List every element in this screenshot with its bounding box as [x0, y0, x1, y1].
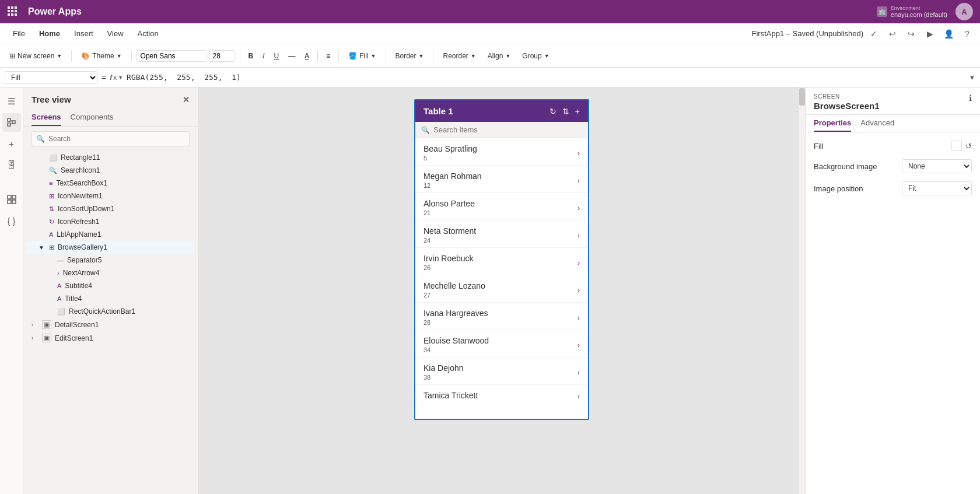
arrow-icon-3: ›: [578, 231, 580, 240]
formula-bar: Fill = fx ▼ ▼: [0, 68, 980, 87]
formula-expand-icon[interactable]: ▼: [969, 74, 975, 81]
icon-sort: ⇅: [49, 205, 54, 213]
scrollbar-thumb[interactable]: [799, 88, 805, 106]
user-avatar[interactable]: A: [956, 3, 973, 20]
tree-item-lblappname1[interactable]: A LblAppName1: [27, 228, 194, 241]
align-button2[interactable]: Align ▼: [483, 50, 516, 62]
svg-rect-16: [8, 200, 11, 204]
tree-item-textsearch1[interactable]: ≡ TextSearchBox1: [27, 177, 194, 190]
menu-icon[interactable]: ☰: [2, 92, 21, 111]
text-icon: ≡: [49, 180, 52, 187]
fx-button[interactable]: fx ▼: [110, 73, 123, 82]
reorder-button[interactable]: Reorder ▼: [438, 50, 480, 62]
tree-item-rectangle11[interactable]: ⬜ Rectangle11: [27, 151, 194, 164]
image-position-row: Image position Fit: [814, 181, 972, 195]
tab-screens[interactable]: Screens: [32, 109, 61, 126]
tree-item-browsegallery1[interactable]: ▼ ⊞ BrowseGallery1: [27, 241, 194, 254]
waffle-icon[interactable]: [7, 6, 18, 18]
menu-view[interactable]: View: [102, 27, 130, 40]
theme-chevron: ▼: [117, 53, 122, 59]
group-button[interactable]: Group ▼: [517, 50, 554, 62]
list-item-3[interactable]: Neta Storment 24 ›: [415, 220, 588, 248]
menu-file[interactable]: File: [7, 27, 31, 40]
icon-new: ⊞: [49, 192, 54, 200]
help-icon[interactable]: ?: [961, 28, 973, 40]
tree-item-subtitle4[interactable]: A Subtitle4: [27, 279, 194, 292]
undo-icon[interactable]: ↩: [887, 28, 898, 40]
fill-refresh-icon[interactable]: ↺: [965, 142, 972, 150]
tree-item-separator5[interactable]: — Separator5: [27, 254, 194, 267]
list-item-5[interactable]: Mechelle Lozano 27 ›: [415, 275, 588, 303]
play-icon[interactable]: ▶: [924, 28, 936, 40]
arrow-icon-9: ›: [578, 392, 580, 401]
list-item-1[interactable]: Megan Rohman 12 ›: [415, 166, 588, 193]
refresh-icon[interactable]: ↻: [550, 107, 556, 116]
tree-item-detailscreen1[interactable]: › ▣ DetailScreen1: [27, 318, 194, 331]
italic-button[interactable]: I: [259, 50, 268, 62]
menu-action[interactable]: Action: [132, 27, 164, 40]
align-button[interactable]: ≡: [323, 50, 334, 62]
redo-icon[interactable]: ↪: [905, 28, 917, 40]
tree-item-iconsort1[interactable]: ⇅ IconSortUpDown1: [27, 202, 194, 215]
menu-insert[interactable]: Insert: [68, 27, 99, 40]
search-icon-tree: 🔍: [49, 167, 57, 174]
tree-item-iconnew1[interactable]: ⊞ IconNewItem1: [27, 190, 194, 202]
svg-rect-10: [8, 123, 10, 126]
close-icon[interactable]: ✕: [183, 95, 190, 104]
add-item-icon[interactable]: +: [575, 107, 580, 116]
menu-home[interactable]: Home: [33, 27, 66, 40]
arrow-icon-8: ›: [578, 368, 580, 377]
list-item-0[interactable]: Beau Spratling 5 ›: [415, 138, 588, 166]
bg-image-select[interactable]: None: [902, 159, 972, 173]
tab-advanced[interactable]: Advanced: [860, 115, 894, 132]
fill-button[interactable]: 🪣 Fill ▼: [344, 50, 380, 62]
add-icon[interactable]: +: [2, 134, 21, 153]
font-color-button[interactable]: A̲: [301, 50, 313, 62]
image-position-select[interactable]: Fit: [902, 181, 972, 195]
user-icon[interactable]: 👤: [943, 28, 954, 40]
svg-rect-17: [12, 200, 16, 204]
scrollbar-vertical[interactable]: [798, 87, 805, 494]
group-label: Group: [522, 52, 541, 60]
tree-item-title4[interactable]: A Title4: [27, 292, 194, 305]
border-button[interactable]: Border ▼: [391, 50, 429, 62]
list-item-2[interactable]: Alonso Partee 21 ›: [415, 193, 588, 220]
new-screen-label: New screen: [18, 52, 54, 60]
underline-button[interactable]: U: [271, 50, 283, 62]
list-item-9[interactable]: Tamica Trickett ›: [415, 385, 588, 405]
tree-item-iconrefresh1[interactable]: ↻ IconRefresh1: [27, 215, 194, 228]
font-size-input[interactable]: [209, 50, 235, 62]
fill-color-box[interactable]: [951, 141, 962, 151]
formula-input[interactable]: [127, 73, 965, 82]
fill-chevron: ▼: [371, 53, 376, 59]
tree-item-searchicon1[interactable]: 🔍 SearchIcon1: [27, 164, 194, 177]
theme-button[interactable]: 🎨 Theme ▼: [76, 50, 126, 62]
variable-icon[interactable]: { }: [2, 211, 21, 230]
font-selector[interactable]: [136, 50, 206, 62]
sort-icon[interactable]: ⇅: [562, 107, 569, 116]
tab-components[interactable]: Components: [71, 109, 114, 126]
data-icon[interactable]: 🗄: [2, 155, 21, 174]
list-item-4[interactable]: Irvin Roebuck 26 ›: [415, 248, 588, 275]
tree-item-label: RectQuickActionBar1: [69, 307, 135, 316]
list-item-8[interactable]: Kia Dejohn 38 ›: [415, 358, 588, 385]
check-icon[interactable]: ✓: [868, 28, 880, 40]
list-item-6[interactable]: Ivana Hargreaves 28 ›: [415, 303, 588, 330]
tree-search-input[interactable]: [32, 131, 190, 146]
info-icon[interactable]: ℹ: [969, 93, 972, 103]
phone-search-input[interactable]: [433, 125, 582, 134]
tree-item-nextarrow4[interactable]: › NextArrow4: [27, 267, 194, 279]
list-item-7[interactable]: Elouise Stanwood 34 ›: [415, 330, 588, 358]
property-selector[interactable]: Fill: [5, 71, 98, 84]
tree-item-label: Rectangle11: [61, 153, 100, 162]
strikethrough-button[interactable]: —: [285, 50, 299, 62]
tree-item-editscreen1[interactable]: › ▣ EditScreen1: [27, 331, 194, 345]
tree-icon[interactable]: [2, 113, 21, 132]
new-screen-button[interactable]: ⊞ New screen ▼: [5, 50, 66, 62]
bold-button[interactable]: B: [245, 50, 257, 62]
separator-icon: —: [57, 257, 64, 264]
components-icon[interactable]: [2, 190, 21, 209]
tree-item-rectquick1[interactable]: ⬜ RectQuickActionBar1: [27, 305, 194, 318]
arrow-icon-2: ›: [578, 204, 580, 212]
tab-properties[interactable]: Properties: [814, 115, 851, 132]
